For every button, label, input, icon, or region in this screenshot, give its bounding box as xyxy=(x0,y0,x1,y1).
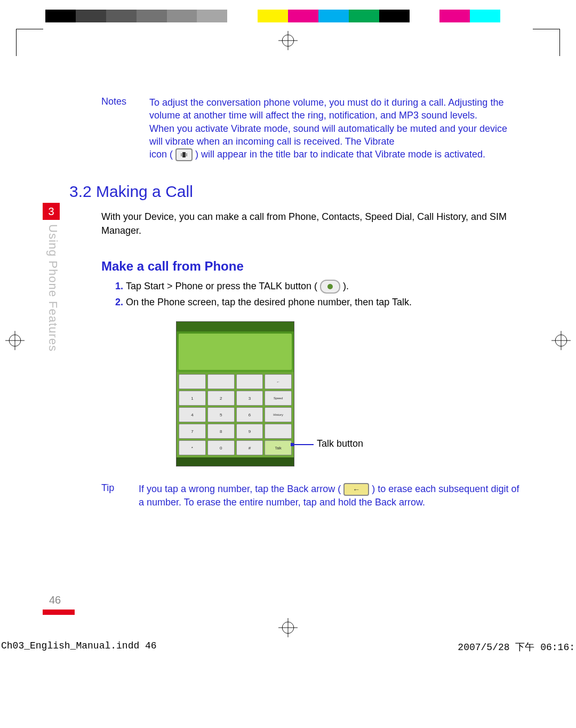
notes-text: To adjust the conversation phone volume,… xyxy=(149,96,523,161)
page-number: 46 xyxy=(49,594,61,606)
registration-mark-icon xyxy=(278,618,298,637)
chapter-tab: 3 xyxy=(43,203,60,220)
registration-mark-icon xyxy=(551,331,571,350)
step-1: Tap Start > Phone or press the TALK butt… xyxy=(126,278,523,295)
step-2: On the Phone screen, tap the desired pho… xyxy=(126,294,523,311)
section-intro: With your Device, you can make a call fr… xyxy=(101,210,523,237)
subsection-title: Make a call from Phone xyxy=(101,259,523,274)
notes-line2b-post: ) will appear in the title bar to indica… xyxy=(195,149,485,160)
slug-file: Ch03_English_Manual.indd 46 xyxy=(1,640,157,653)
notes-label: Notes xyxy=(101,96,149,161)
notes-line2a: When you activate Vibrate mode, sound wi… xyxy=(149,123,507,147)
crop-mark xyxy=(16,29,43,56)
print-slug: Ch03_English_Manual.indd 46 2007/5/28 下午… xyxy=(0,640,576,653)
color-calibration-bar xyxy=(45,10,531,22)
slug-date: 2007/5/28 下午 06:16: xyxy=(458,640,575,653)
section-side-label: Using Phone Features xyxy=(46,224,60,352)
step-1-pre: Tap Start > Phone or press the TALK butt… xyxy=(126,281,317,291)
section-title: 3.2 Making a Call xyxy=(69,183,523,201)
registration-mark-icon xyxy=(278,31,298,50)
notes-block: Notes To adjust the conversation phone v… xyxy=(101,96,523,161)
phone-screenshot: ← 123Speed 456History 789 *0#Talk xyxy=(176,321,294,466)
phone-screenshot-figure: ← 123Speed 456History 789 *0#Talk Talk b… xyxy=(176,321,523,466)
svg-rect-12 xyxy=(182,152,186,157)
back-arrow-icon: ← xyxy=(343,483,369,496)
tip-text: If you tap a wrong number, tap the Back … xyxy=(139,482,523,509)
notes-line1: To adjust the conversation phone volume,… xyxy=(149,97,503,121)
registration-mark-icon xyxy=(5,331,25,350)
step-1-post: ). xyxy=(343,281,349,291)
step-list: Tap Start > Phone or press the TALK butt… xyxy=(101,278,523,311)
section-title-text: Making a Call xyxy=(96,183,193,200)
tip-block: Tip If you tap a wrong number, tap the B… xyxy=(101,482,523,509)
callout-line xyxy=(292,444,314,445)
talk-button-icon xyxy=(320,280,340,294)
tip-pre: If you tap a wrong number, tap the Back … xyxy=(139,484,341,494)
callout-label: Talk button xyxy=(317,438,363,449)
tip-label: Tip xyxy=(101,482,139,509)
page-content: 3 Using Phone Features Notes To adjust t… xyxy=(43,96,533,611)
notes-line2b-pre: icon ( xyxy=(149,149,173,160)
section-number: 3.2 xyxy=(69,183,92,200)
vibrate-icon xyxy=(175,148,193,161)
page-number-accent xyxy=(43,610,75,615)
crop-mark xyxy=(533,29,560,56)
